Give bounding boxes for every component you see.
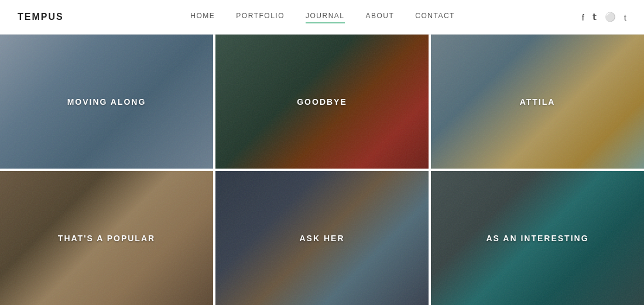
main-nav: HOMEPORTFOLIOJOURNALABOUTCONTACT [190, 12, 455, 22]
nav-item-contact[interactable]: CONTACT [415, 12, 455, 22]
card-label-card-2: GOODBYE [297, 97, 347, 107]
grid-item-card-4[interactable]: THAT'S A POPULAR [0, 171, 213, 305]
journal-grid: MOVING ALONGGOODBYEATTILATHAT'S A POPULA… [0, 35, 644, 305]
nav-item-about[interactable]: ABOUT [366, 12, 395, 22]
site-logo[interactable]: TEMPUS [18, 12, 64, 22]
card-label-card-3: ATTILA [520, 97, 556, 107]
card-label-card-1: MOVING ALONG [67, 97, 146, 107]
nav-item-journal[interactable]: JOURNAL [306, 12, 345, 22]
grid-item-card-6[interactable]: AS AN INTERESTING [431, 171, 644, 305]
grid-item-card-3[interactable]: ATTILA [431, 35, 644, 169]
card-label-card-5: ASK HER [299, 234, 344, 243]
nav-item-portfolio[interactable]: PORTFOLIO [236, 12, 285, 22]
site-header: TEMPUS HOMEPORTFOLIOJOURNALABOUTCONTACT … [0, 0, 644, 35]
grid-item-card-2[interactable]: GOODBYE [215, 35, 429, 169]
social-links: f𝕥⚪t [582, 12, 626, 22]
card-label-card-4: THAT'S A POPULAR [58, 234, 155, 243]
facebook-icon[interactable]: f [582, 12, 584, 22]
twitter-icon[interactable]: 𝕥 [592, 12, 597, 22]
card-label-card-6: AS AN INTERESTING [486, 234, 588, 243]
nav-item-home[interactable]: HOME [190, 12, 215, 22]
grid-item-card-5[interactable]: ASK HER [215, 171, 429, 305]
tumblr-icon[interactable]: t [624, 12, 626, 22]
grid-item-card-1[interactable]: MOVING ALONG [0, 35, 213, 169]
dribbble-icon[interactable]: ⚪ [605, 12, 616, 22]
